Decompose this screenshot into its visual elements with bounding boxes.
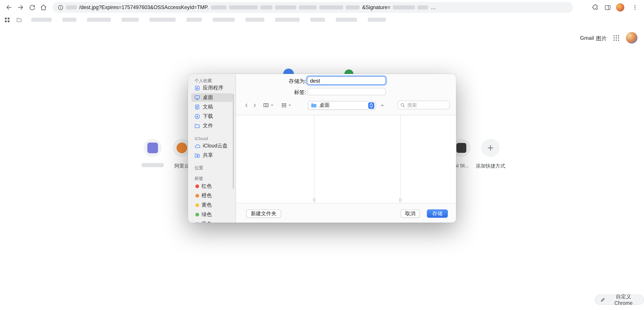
sidebar-tag-orange[interactable]: 橙色 xyxy=(191,191,233,200)
sidebar-item-files[interactable]: 文件 xyxy=(191,122,233,130)
redacted-url-segment xyxy=(346,5,360,10)
sidebar-item-label: 文稿 xyxy=(203,103,213,111)
location-value: 桌面 xyxy=(319,102,366,109)
location-dropdown[interactable]: 桌面 xyxy=(308,101,376,110)
apps-grid-icon[interactable] xyxy=(4,17,10,23)
redacted-url-segment xyxy=(299,5,317,10)
bookmark-item[interactable] xyxy=(246,18,264,22)
address-bar[interactable]: /dest.jpg?Expires=1757497603&OSSAccessKe… xyxy=(52,2,573,13)
add-shortcut-tile[interactable]: 添加快捷方式 xyxy=(472,139,508,170)
stepper-icon xyxy=(368,102,374,109)
customize-chrome-button[interactable]: 自定义 Chrome xyxy=(595,294,644,305)
sidebar-tag-green[interactable]: 绿色 xyxy=(191,210,233,219)
sidebar-tag-red[interactable]: 红色 xyxy=(191,182,233,191)
sidebar-scrollbar[interactable] xyxy=(233,94,234,189)
tag-label: 蓝色 xyxy=(202,221,212,223)
google-apps-grid-icon[interactable] xyxy=(613,35,620,42)
reload-icon[interactable] xyxy=(26,2,38,13)
view-grid-control[interactable] xyxy=(280,101,292,109)
redacted-url-segment xyxy=(418,5,428,10)
redacted-url-segment xyxy=(66,5,77,10)
icloud-header: iCloud xyxy=(194,136,208,141)
forward-icon[interactable] xyxy=(15,2,26,13)
bookmark-item[interactable] xyxy=(122,18,139,22)
bookmark-item[interactable] xyxy=(310,18,325,22)
tag-dot-yellow xyxy=(195,203,199,207)
bookmark-item[interactable] xyxy=(275,18,300,22)
gmail-link[interactable]: Gmail xyxy=(580,35,594,41)
nav-forward-icon[interactable] xyxy=(251,101,258,109)
sidebar-item-label: 共享 xyxy=(203,152,213,159)
bookmark-item[interactable] xyxy=(149,18,176,22)
sidebar-item-desktop[interactable]: 桌面 xyxy=(191,93,233,102)
filename-input[interactable] xyxy=(307,76,386,85)
tags-input[interactable] xyxy=(307,88,386,95)
file-browser-column[interactable] xyxy=(400,115,456,204)
collapse-chevron-icon[interactable] xyxy=(378,101,386,109)
tags-label: 标签: xyxy=(273,89,306,96)
column-resize-handle[interactable] xyxy=(313,198,315,202)
location-folder-icon xyxy=(311,103,317,108)
redacted-text xyxy=(142,163,164,167)
favorites-header: 个人收藏 xyxy=(194,78,212,84)
bookmarks-bar xyxy=(0,15,644,25)
file-browser-column[interactable] xyxy=(314,115,400,204)
sidebar-item-label: iCloud云盘 xyxy=(203,143,228,150)
shortcut-icon xyxy=(144,139,162,157)
redacted-url-segment xyxy=(320,5,343,10)
save-button[interactable]: 存储 xyxy=(427,210,448,218)
screen: /dest.jpg?Expires=1757497603&OSSAccessKe… xyxy=(0,0,644,310)
cancel-button[interactable]: 取消 xyxy=(400,210,420,218)
account-avatar[interactable] xyxy=(626,32,637,44)
add-shortcut-label: 添加快捷方式 xyxy=(472,163,508,170)
chevron-down-icon xyxy=(288,103,291,107)
url-text-signature: &Signature= xyxy=(362,5,390,10)
tag-label: 绿色 xyxy=(202,211,212,218)
bookmark-item[interactable] xyxy=(212,18,235,22)
shared-folder-icon xyxy=(194,152,200,159)
home-icon[interactable] xyxy=(38,2,49,13)
customize-chrome-label: 自定义 Chrome xyxy=(608,293,639,306)
column-separator xyxy=(314,115,314,204)
side-panel-icon[interactable] xyxy=(602,2,613,13)
locations-header: 位置 xyxy=(194,165,203,171)
plus-icon xyxy=(482,139,500,157)
bookmark-item[interactable] xyxy=(31,18,52,22)
new-folder-button[interactable]: 新建文件夹 xyxy=(246,210,281,218)
folder-icon xyxy=(194,123,200,129)
search-field[interactable] xyxy=(397,101,450,109)
sidebar-item-applications[interactable]: 应用程序 xyxy=(191,84,233,92)
url-text: /dest.jpg?Expires=1757497603&OSSAccessKe… xyxy=(79,5,208,10)
pencil-icon xyxy=(600,297,606,302)
view-columns-control[interactable] xyxy=(262,101,274,109)
bookmark-item[interactable] xyxy=(336,18,357,22)
sidebar-tag-yellow[interactable]: 黄色 xyxy=(191,201,233,209)
sidebar-tag-blue[interactable]: 蓝色 xyxy=(191,220,233,223)
sidebar-item-icloud-drive[interactable]: iCloud云盘 xyxy=(191,142,233,150)
sidebar-item-downloads[interactable]: 下载 xyxy=(191,112,233,121)
sidebar-item-label: 下载 xyxy=(203,113,213,120)
tag-label: 红色 xyxy=(202,183,212,190)
back-icon[interactable] xyxy=(3,2,15,13)
extensions-icon[interactable] xyxy=(590,2,601,13)
menu-kebab-icon[interactable] xyxy=(629,2,641,13)
save-as-label: 存储为: xyxy=(273,78,306,85)
nav-back-icon[interactable] xyxy=(243,101,250,109)
search-input[interactable] xyxy=(407,102,447,108)
bookmark-item[interactable] xyxy=(62,18,76,22)
bookmark-item[interactable] xyxy=(87,18,111,22)
images-link[interactable]: 图片 xyxy=(596,35,607,42)
redacted-url-segment xyxy=(275,5,296,10)
file-browser-column[interactable] xyxy=(236,115,314,204)
bookmark-item[interactable] xyxy=(368,18,386,22)
column-separator xyxy=(400,115,400,204)
bookmark-item[interactable] xyxy=(186,18,202,22)
bookmarks-folder-icon[interactable] xyxy=(16,17,22,23)
page-info-icon[interactable] xyxy=(58,4,64,11)
sidebar-item-shared[interactable]: 共享 xyxy=(191,151,233,160)
desktop-icon xyxy=(194,95,200,101)
sidebar-item-documents[interactable]: 文稿 xyxy=(191,103,233,111)
profile-avatar[interactable] xyxy=(614,2,626,13)
url-text-tail: … xyxy=(431,5,436,10)
column-resize-handle[interactable] xyxy=(399,198,401,202)
